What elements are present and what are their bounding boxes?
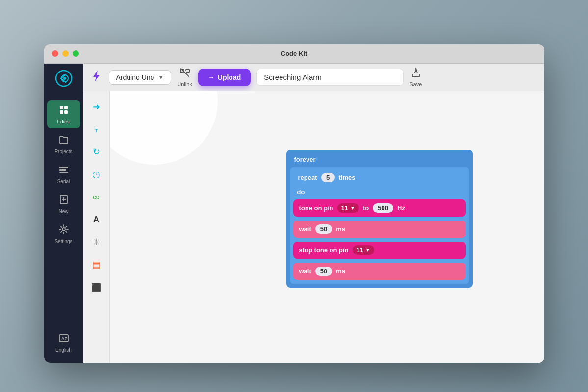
sidebar-item-english[interactable]: AZ English — [47, 329, 80, 357]
stop-pin-value: 11 — [357, 246, 363, 254]
to-label: to — [363, 204, 369, 212]
window-title: Code Kit — [281, 50, 307, 57]
blocks-canvas: forever repeat 5 times do — [286, 150, 473, 288]
sidebar-item-serial[interactable]: Serial — [47, 160, 80, 188]
english-icon: AZ — [58, 333, 69, 346]
svg-rect-8 — [59, 169, 66, 171]
lightning-icon — [91, 69, 101, 86]
stop-pin-arrow-icon: ▼ — [365, 247, 370, 253]
wait1-value[interactable]: 50 — [315, 224, 332, 234]
repeat-label: repeat — [298, 174, 317, 181]
chevron-down-icon: ▼ — [158, 74, 164, 81]
sidebar-item-new-label: New — [58, 209, 68, 214]
sidebar-item-new[interactable]: New — [47, 190, 80, 218]
ms1-label: ms — [336, 225, 345, 233]
wait2-value[interactable]: 50 — [315, 267, 332, 276]
pin-dropdown[interactable]: 11 ▼ — [337, 203, 359, 213]
hz-value[interactable]: 500 — [373, 203, 393, 213]
close-button[interactable] — [52, 50, 58, 57]
unlink-label: Unlink — [177, 81, 192, 87]
svg-rect-7 — [59, 167, 68, 168]
sidebar-item-editor[interactable]: Editor — [47, 100, 80, 128]
editor-canvas[interactable]: forever repeat 5 times do — [110, 91, 544, 363]
upload-button[interactable]: → Upload — [198, 69, 251, 86]
icon-arrow-right[interactable]: ➜ — [88, 99, 104, 115]
icon-clock[interactable]: ◷ — [88, 167, 104, 182]
save-icon — [410, 67, 421, 80]
block-repeat[interactable]: repeat 5 times — [293, 170, 466, 185]
main-content: Editor Projects — [44, 64, 544, 363]
sidebar-item-editor-label: Editor — [57, 119, 70, 124]
ms2-label: ms — [336, 268, 345, 275]
pin-arrow-icon: ▼ — [350, 205, 355, 211]
svg-rect-5 — [60, 110, 63, 114]
editor-icon — [58, 104, 69, 118]
unlink-button[interactable]: Unlink — [177, 67, 192, 87]
icon-brightness[interactable]: ✳ — [88, 234, 104, 250]
unlink-icon — [179, 67, 190, 80]
icon-refresh[interactable]: ↻ — [88, 144, 104, 160]
hz-label: Hz — [397, 204, 405, 212]
sidebar-logo[interactable] — [55, 70, 73, 91]
icon-panel: ➜ ⑂ ↻ ◷ ∞ A ✳ ▤ ⬛ — [83, 91, 110, 363]
forever-label: forever — [290, 154, 469, 165]
board-selector[interactable]: Arduino Uno ▼ — [109, 70, 172, 85]
block-forever[interactable]: forever repeat 5 times do — [286, 150, 473, 288]
block-tone[interactable]: tone on pin 11 ▼ to 500 Hz — [293, 199, 466, 217]
project-name-input[interactable] — [256, 69, 404, 86]
svg-rect-4 — [64, 106, 68, 109]
stop-pin-dropdown[interactable]: 11 ▼ — [353, 245, 374, 255]
svg-rect-3 — [60, 106, 63, 109]
upload-arrow-icon: → — [208, 74, 215, 81]
icon-blocks[interactable]: ⬛ — [88, 279, 104, 295]
block-wait1[interactable]: wait 50 ms — [293, 220, 466, 238]
block-stop-tone[interactable]: stop tone on pin 11 ▼ — [293, 242, 466, 259]
icon-infinity[interactable]: ∞ — [88, 189, 104, 205]
save-button[interactable]: Save — [409, 67, 422, 87]
app-window: Code Kit — [44, 44, 544, 363]
sidebar-item-settings[interactable]: Settings — [47, 220, 80, 248]
tone-label: tone on pin — [299, 204, 333, 212]
board-label: Arduino Uno — [116, 74, 154, 81]
spotlight-overlay — [110, 91, 218, 165]
upload-label: Upload — [218, 74, 241, 81]
minimize-button[interactable] — [62, 50, 69, 57]
svg-rect-9 — [59, 172, 68, 173]
pin-value: 11 — [341, 204, 348, 212]
save-label: Save — [409, 81, 422, 87]
wait1-label: wait — [299, 225, 311, 233]
sidebar-left: Editor Projects — [44, 64, 83, 363]
sidebar-item-serial-label: Serial — [57, 179, 70, 184]
stop-label: stop tone on pin — [299, 246, 349, 254]
sidebar-item-projects[interactable]: Projects — [47, 130, 80, 158]
icon-stack[interactable]: ▤ — [88, 257, 104, 272]
do-label: do — [293, 187, 466, 196]
maximize-button[interactable] — [73, 50, 79, 57]
icon-font[interactable]: A — [88, 212, 104, 227]
settings-icon — [58, 224, 69, 237]
toolbar: Arduino Uno ▼ Unlink — [83, 64, 544, 91]
traffic-lights — [52, 50, 79, 57]
icon-branch[interactable]: ⑂ — [88, 122, 104, 137]
projects-icon — [58, 134, 69, 147]
block-inner: repeat 5 times do tone on pin — [290, 167, 469, 284]
repeat-value[interactable]: 5 — [321, 173, 335, 182]
svg-marker-16 — [93, 70, 100, 82]
sidebar-item-settings-label: Settings — [54, 239, 72, 244]
block-wait2[interactable]: wait 50 ms — [293, 263, 466, 280]
sidebar-item-projects-label: Projects — [54, 149, 72, 154]
serial-icon — [58, 164, 69, 177]
title-bar: Code Kit — [44, 44, 544, 64]
right-panel: Arduino Uno ▼ Unlink — [83, 64, 544, 363]
times-label: times — [339, 174, 356, 181]
sidebar-item-english-label: English — [55, 347, 72, 353]
svg-text:AZ: AZ — [61, 336, 67, 341]
svg-rect-6 — [64, 110, 68, 114]
svg-point-13 — [62, 228, 65, 231]
wait2-label: wait — [299, 268, 311, 275]
new-icon — [58, 194, 69, 207]
svg-point-2 — [63, 77, 66, 80]
